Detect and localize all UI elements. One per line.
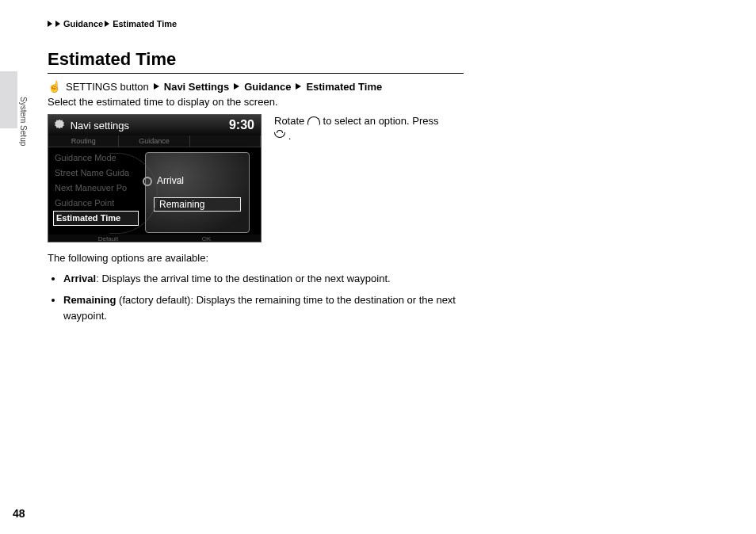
triangle-icon xyxy=(234,83,239,90)
option-desc: : Displays the arrival time to the desti… xyxy=(96,273,390,284)
triangle-icon xyxy=(55,21,60,27)
popup-option: Arrival xyxy=(154,174,241,188)
screenshot-tab: Routing xyxy=(48,135,119,147)
path-step: Navi Settings xyxy=(164,81,229,93)
option-label: Remaining xyxy=(63,294,116,306)
option-label: Arrival xyxy=(63,273,96,284)
device-screenshot: Navi settings 9:30 Routing Guidance Guid… xyxy=(48,114,262,242)
hand-icon: ☝ xyxy=(48,80,61,93)
path-start: SETTINGS button xyxy=(66,81,149,93)
gear-icon xyxy=(55,120,64,129)
triangle-icon xyxy=(48,21,52,27)
triangle-icon xyxy=(296,83,301,90)
intro-text: Select the estimated time to display on … xyxy=(48,96,708,108)
options-list: Arrival: Displays the arrival time to th… xyxy=(48,271,475,324)
triangle-icon xyxy=(105,21,109,27)
breadcrumb-item: Guidance xyxy=(63,19,103,29)
popup-option-selected: Remaining xyxy=(154,197,241,212)
breadcrumb-item: Estimated Time xyxy=(113,19,177,29)
screenshot-title: Navi settings xyxy=(71,120,129,132)
page-title: Estimated Time xyxy=(48,49,464,74)
instruction-part: Rotate xyxy=(274,115,307,127)
arc-decor xyxy=(109,153,158,234)
screenshot-clock: 9:30 xyxy=(229,118,254,132)
list-item: Arrival: Displays the arrival time to th… xyxy=(63,271,475,287)
rotate-dial-icon xyxy=(307,116,320,125)
screenshot-tabs: Routing Guidance xyxy=(48,135,261,147)
footer-label: OK xyxy=(202,235,212,242)
options-intro: The following options are available: xyxy=(48,250,475,266)
breadcrumb: Guidance Estimated Time xyxy=(48,19,708,29)
instruction-part: to select an option. Press xyxy=(323,115,439,127)
screenshot-footer: Default OK xyxy=(48,235,261,242)
instruction-part: . xyxy=(288,130,292,142)
list-item: Remaining (factory default): Displays th… xyxy=(63,292,475,323)
triangle-icon xyxy=(154,83,159,90)
screenshot-tab xyxy=(190,135,261,147)
navigation-path: ☝ SETTINGS button Navi Settings Guidance… xyxy=(48,80,708,93)
screenshot-tab: Guidance xyxy=(119,135,189,147)
path-step: Estimated Time xyxy=(306,81,382,93)
screenshot-popup: Arrival Remaining xyxy=(145,152,250,233)
path-step: Guidance xyxy=(244,81,291,93)
footer-label: Default xyxy=(98,235,118,242)
page-number: 48 xyxy=(13,507,25,520)
option-note: (factory default) xyxy=(116,294,190,306)
press-button-icon xyxy=(274,132,285,138)
instruction-text: Rotate to select an option. Press . xyxy=(274,114,464,144)
screenshot-header: Navi settings 9:30 xyxy=(48,115,261,135)
